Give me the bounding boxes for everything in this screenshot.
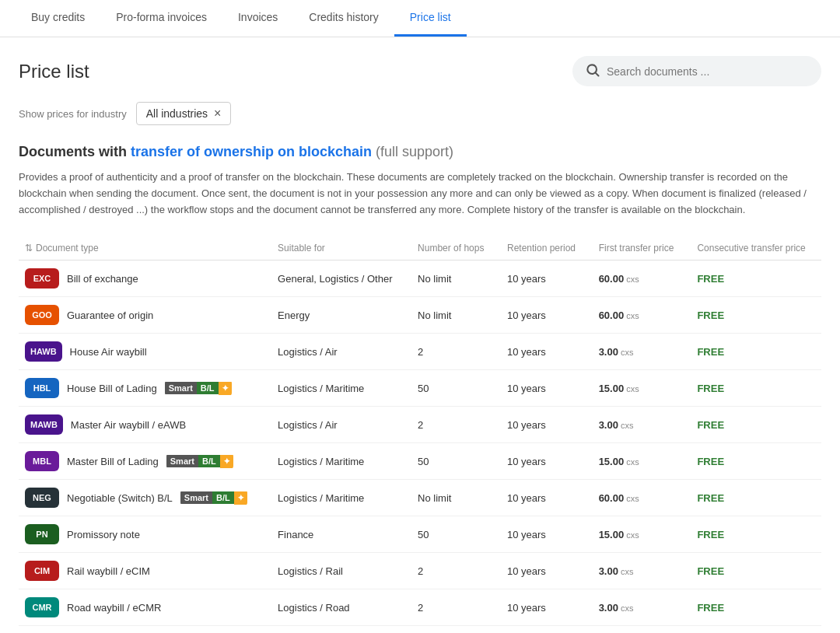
price-value: 60.00 (599, 273, 625, 285)
star-label: ✦ (220, 455, 233, 468)
retention-cell: 10 years (498, 589, 590, 626)
doc-type-cell: EXC Bill of exchange (19, 261, 268, 297)
price-value: 3.00 (599, 346, 618, 358)
doc-type-cell: HAWB House Air waybill (19, 334, 268, 370)
free-label: FREE (697, 456, 724, 467)
doc-name: House Bill of Lading (67, 383, 157, 394)
retention-cell: 10 years (498, 370, 590, 407)
hops-cell: 50 (408, 370, 498, 407)
price-unit: cxs (618, 348, 634, 357)
price-unit: cxs (618, 421, 634, 430)
suitable-for-cell: Logistics / Air (268, 407, 408, 443)
price-unit: cxs (618, 567, 634, 576)
hops-cell: 2 (408, 589, 498, 626)
first-price-cell: 3.00 cxs (590, 626, 688, 633)
consec-price-cell: FREE (688, 553, 821, 589)
free-label: FREE (697, 273, 724, 285)
star-label: ✦ (219, 382, 232, 395)
doc-type-cell: GOO Guarantee of origin (19, 297, 268, 334)
price-table-container: ⇅Document typeSuitable forNumber of hops… (19, 236, 821, 633)
doc-type-cell: SWB Sea waybill (19, 626, 268, 633)
col-header-consec-price: Consecutive transfer price (688, 236, 821, 261)
doc-type-cell: CMR Road waybill / eCMR (19, 589, 268, 626)
first-price-cell: 15.00 cxs (590, 516, 688, 553)
section-header: Documents with transfer of ownership on … (19, 144, 821, 218)
table-row: CIM Rail waybill / eCIMLogistics / Rail2… (19, 553, 821, 589)
suitable-for-cell: Logistics / Maritime (268, 443, 408, 480)
hops-cell: 2 (408, 334, 498, 370)
retention-cell: 10 years (498, 626, 590, 633)
table-row: MAWB Master Air waybill / eAWBLogistics … (19, 407, 821, 443)
doc-name: Road waybill / eCMR (67, 602, 161, 614)
price-table: ⇅Document typeSuitable forNumber of hops… (19, 236, 821, 633)
section-description: Provides a proof of authenticity and a p… (19, 170, 821, 218)
doc-type-cell: PN Promissory note (19, 516, 268, 553)
free-label: FREE (697, 492, 724, 504)
suitable-for-cell: General, Logistics / Other (268, 261, 408, 297)
doc-type-cell: CIM Rail waybill / eCIM (19, 553, 268, 589)
smart-bl-badge: SmartB/L✦ (166, 453, 233, 469)
bl-label: B/L (212, 491, 234, 504)
doc-name: Rail waybill / eCIM (67, 565, 150, 577)
section-title-plain: Documents with (19, 144, 131, 159)
col-header-retention: Retention period (498, 236, 590, 261)
price-value: 15.00 (599, 383, 625, 394)
consec-price-cell: FREE (688, 370, 821, 407)
doc-type-cell: MBL Master Bill of Lading SmartB/L✦ (19, 443, 268, 480)
retention-cell: 10 years (498, 261, 590, 297)
free-label: FREE (697, 602, 724, 614)
smart-bl-badge: SmartB/L✦ (180, 490, 247, 505)
retention-cell: 10 years (498, 407, 590, 443)
sort-icon: ⇅ (25, 243, 33, 254)
doc-name: Master Bill of Lading (67, 456, 159, 467)
consec-price-cell: FREE (688, 480, 821, 516)
doc-type-cell: NEG Negotiable (Switch) B/L SmartB/L✦ (19, 480, 268, 516)
hops-cell: 2 (408, 626, 498, 633)
section-title-highlight: transfer of ownership on blockchain (131, 144, 372, 159)
hops-cell: No limit (408, 297, 498, 334)
first-price-cell: 3.00 cxs (590, 334, 688, 370)
star-label: ✦ (234, 491, 247, 505)
price-value: 3.00 (599, 602, 618, 614)
doc-badge: CMR (25, 597, 59, 617)
consec-price-cell: FREE (688, 516, 821, 553)
price-unit: cxs (624, 530, 639, 540)
suitable-for-cell: Energy (268, 297, 408, 334)
doc-badge: EXC (25, 268, 59, 289)
suitable-for-cell: Logistics / Maritime (268, 370, 408, 407)
search-bar[interactable] (572, 56, 821, 86)
nav-tab-invoices[interactable]: Invoices (222, 0, 293, 37)
search-input[interactable] (607, 65, 809, 78)
retention-cell: 10 years (498, 334, 590, 370)
doc-badge: MBL (25, 451, 59, 471)
doc-name: Guarantee of origin (67, 310, 153, 321)
suitable-for-cell: Logistics / Maritime (268, 480, 408, 516)
doc-badge: HBL (25, 378, 59, 398)
nav-tab-buy-credits[interactable]: Buy credits (16, 0, 100, 37)
table-row: NEG Negotiable (Switch) B/L SmartB/L✦ Lo… (19, 480, 821, 516)
table-row: PN Promissory noteFinance5010 years15.00… (19, 516, 821, 553)
nav-tab-credits-history[interactable]: Credits history (293, 0, 394, 37)
table-row: HBL House Bill of Lading SmartB/L✦ Logis… (19, 370, 821, 407)
doc-name: Bill of exchange (67, 273, 138, 285)
free-label: FREE (697, 383, 724, 394)
industry-select[interactable]: All industries × (136, 102, 232, 125)
col-header-hops: Number of hops (408, 236, 498, 261)
col-header-doc-type[interactable]: ⇅Document type (19, 236, 268, 261)
table-row: EXC Bill of exchangeGeneral, Logistics /… (19, 261, 821, 297)
clear-filter-button[interactable]: × (214, 107, 221, 120)
nav-tab-price-list[interactable]: Price list (394, 0, 467, 37)
consec-price-cell: FREE (688, 443, 821, 480)
hops-cell: No limit (408, 480, 498, 516)
doc-badge: CIM (25, 561, 59, 581)
doc-badge: PN (25, 524, 59, 544)
doc-name: Promissory note (67, 529, 140, 540)
retention-cell: 10 years (498, 516, 590, 553)
page-header: Price list (19, 56, 821, 86)
nav-tab-pro-forma[interactable]: Pro-forma invoices (100, 0, 222, 37)
price-value: 3.00 (599, 565, 618, 577)
price-value: 60.00 (599, 492, 625, 504)
svg-line-1 (596, 73, 599, 76)
table-row: GOO Guarantee of originEnergyNo limit10 … (19, 297, 821, 334)
free-label: FREE (697, 310, 724, 321)
